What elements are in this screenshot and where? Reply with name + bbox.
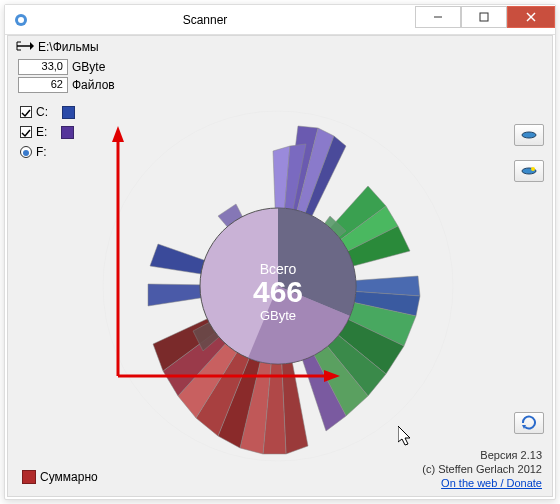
size-value: 33,0: [18, 59, 68, 75]
drive-label: C:: [36, 105, 48, 119]
summary-label: Суммарно: [40, 470, 98, 484]
path-row: E:\Фильмы: [8, 36, 552, 58]
donate-link[interactable]: On the web / Donate: [441, 477, 542, 489]
maximize-button[interactable]: [461, 6, 507, 28]
svg-marker-19: [112, 126, 124, 142]
sunburst-chart[interactable]: Всего 466 GByte: [68, 96, 488, 476]
copyright-label: (c) Steffen Gerlach 2012: [422, 462, 542, 476]
drive-checkbox[interactable]: [20, 106, 32, 118]
version-label: Версия 2.13: [422, 448, 542, 462]
rescan-alt-button[interactable]: [514, 160, 544, 182]
svg-point-12: [522, 132, 536, 138]
size-unit: GByte: [72, 60, 105, 74]
footer: Версия 2.13 (c) Steffen Gerlach 2012 On …: [422, 448, 542, 490]
window-titlebar: Scanner: [5, 5, 555, 35]
svg-point-11: [23, 150, 29, 156]
files-unit: Файлов: [72, 78, 115, 92]
summary-legend[interactable]: Суммарно: [22, 470, 98, 484]
current-path[interactable]: E:\Фильмы: [38, 40, 99, 54]
rescan-button[interactable]: [514, 124, 544, 146]
summary-color-swatch: [22, 470, 36, 484]
client-area: E:\Фильмы 33,0 GByte 62 Файлов C: E: F:: [7, 35, 553, 497]
window-title: Scanner: [0, 13, 415, 27]
drive-radio[interactable]: [20, 146, 32, 158]
files-value: 62: [18, 77, 68, 93]
refresh-button[interactable]: [514, 412, 544, 434]
center-value: 466: [253, 275, 303, 308]
svg-point-14: [531, 167, 535, 171]
path-arrow-icon: [16, 39, 34, 55]
svg-rect-3: [480, 13, 488, 21]
drive-checkbox[interactable]: [20, 126, 32, 138]
drive-label: E:: [36, 125, 47, 139]
svg-marker-7: [30, 42, 34, 50]
center-label-bottom: GByte: [260, 308, 296, 323]
minimize-button[interactable]: [415, 6, 461, 28]
drive-label: F:: [36, 145, 47, 159]
close-button[interactable]: [507, 6, 555, 28]
